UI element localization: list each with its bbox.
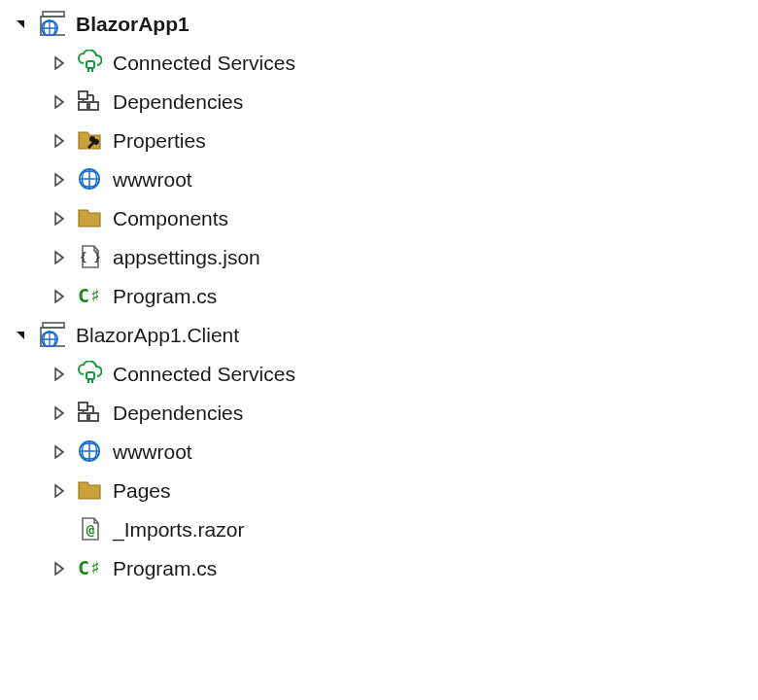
blazor-project-icon — [39, 321, 66, 348]
treeitem-imports-razor[interactable]: _Imports.razor — [0, 509, 758, 548]
expander-closed-icon[interactable] — [47, 478, 70, 502]
expander-open-icon[interactable] — [10, 323, 33, 346]
treeitem-connected-services-1[interactable]: Connected Services — [0, 43, 758, 82]
treeitem-label: Dependencies — [113, 91, 243, 112]
treeitem-components-1[interactable]: Components — [0, 198, 758, 237]
treeitem-wwwroot-1[interactable]: wwwroot — [0, 159, 758, 198]
json-file-icon — [76, 243, 103, 270]
treeitem-label: Connected Services — [113, 52, 295, 73]
treeitem-label: BlazorApp1 — [76, 14, 190, 34]
cloud-plug-icon — [76, 49, 103, 76]
treeitem-wwwroot-2[interactable]: wwwroot — [0, 432, 758, 471]
expander-closed-icon[interactable] — [47, 245, 70, 268]
folder-icon — [76, 476, 103, 504]
treeitem-label: wwwroot — [113, 441, 192, 462]
expander-closed-icon[interactable] — [47, 206, 70, 229]
treeitem-label: Connected Services — [113, 364, 295, 384]
treeitem-pages-2[interactable]: Pages — [0, 471, 758, 509]
csharp-icon — [76, 554, 103, 581]
treeitem-label: Properties — [113, 130, 206, 151]
globe-icon — [76, 438, 103, 465]
treeitem-connected-services-2[interactable]: Connected Services — [0, 354, 758, 393]
expander-closed-icon[interactable] — [47, 362, 70, 385]
expander-closed-icon[interactable] — [47, 439, 70, 463]
expander-closed-icon[interactable] — [47, 89, 70, 113]
treeitem-program-cs-1[interactable]: Program.cs — [0, 276, 758, 315]
expander-open-icon[interactable] — [10, 12, 33, 35]
treeitem-dependencies-1[interactable]: Dependencies — [0, 82, 758, 121]
dependencies-icon — [76, 88, 103, 115]
expander-closed-icon[interactable] — [47, 284, 70, 307]
folder-wrench-icon — [76, 126, 103, 154]
treeitem-project-blazorapp1[interactable]: BlazorApp1 — [0, 4, 758, 43]
treeitem-label: Components — [113, 208, 228, 228]
folder-icon — [76, 204, 103, 231]
treeitem-label: Dependencies — [113, 402, 243, 423]
globe-icon — [76, 165, 103, 192]
dependencies-icon — [76, 399, 103, 426]
treeitem-label: _Imports.razor — [113, 519, 244, 540]
expander-closed-icon[interactable] — [47, 128, 70, 152]
treeitem-label: BlazorApp1.Client — [76, 325, 239, 345]
solution-explorer-tree: BlazorApp1Connected ServicesDependencies… — [0, 4, 758, 587]
expander-closed-icon[interactable] — [47, 556, 70, 579]
csharp-icon — [76, 282, 103, 309]
treeitem-program-cs-2[interactable]: Program.cs — [0, 548, 758, 587]
treeitem-label: appsettings.json — [113, 247, 260, 267]
cloud-plug-icon — [76, 360, 103, 387]
expander-closed-icon[interactable] — [47, 401, 70, 424]
treeitem-label: Pages — [113, 480, 171, 501]
treeitem-label: Program.cs — [113, 558, 217, 578]
expander-closed-icon[interactable] — [47, 51, 70, 74]
treeitem-project-blazorapp1-client[interactable]: BlazorApp1.Client — [0, 315, 758, 354]
treeitem-dependencies-2[interactable]: Dependencies — [0, 393, 758, 432]
razor-file-icon — [76, 515, 103, 542]
treeitem-label: wwwroot — [113, 169, 192, 190]
treeitem-label: Program.cs — [113, 286, 217, 306]
expander-closed-icon[interactable] — [47, 167, 70, 191]
treeitem-appsettings-json[interactable]: appsettings.json — [0, 237, 758, 276]
blazor-project-icon — [39, 10, 66, 37]
treeitem-properties-1[interactable]: Properties — [0, 121, 758, 159]
